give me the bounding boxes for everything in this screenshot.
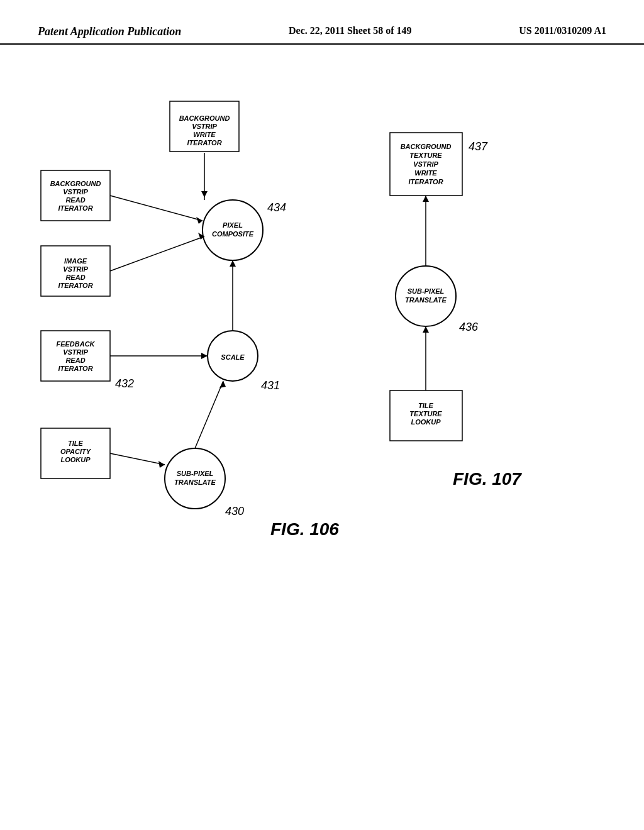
bg-texture-write-label: BACKGROUND xyxy=(401,143,452,150)
tile-texture-label2: TEXTURE xyxy=(409,410,442,418)
arrow-subpixel-right-bg-head xyxy=(423,196,429,202)
label-437: 437 xyxy=(469,140,488,153)
sub-pixel-translate-left-label2: TRANSLATE xyxy=(174,479,216,486)
sub-pixel-translate-right-label2: TRANSLATE xyxy=(405,296,447,304)
fig-107-label: FIG. 107 xyxy=(453,469,522,489)
arrow-img-read-to-composite xyxy=(110,236,204,271)
background-vstrip-write-label4: ITERATOR xyxy=(187,139,221,147)
arrow-bg-read-to-composite xyxy=(110,196,203,221)
arrow-scale-composite-head xyxy=(230,260,236,267)
background-vstrip-read-label4: ITERATOR xyxy=(58,204,92,212)
background-vstrip-read-label3: READ xyxy=(65,196,85,204)
arrow-bg-read-composite-head xyxy=(196,217,203,224)
arrow-write-to-composite-head xyxy=(201,191,208,197)
tile-opacity-label3: LOOKUP xyxy=(60,456,91,463)
background-vstrip-write-label: BACKGROUND xyxy=(179,114,230,122)
bg-texture-write-label4: WRITE xyxy=(414,169,437,177)
arrow-feedback-scale-head xyxy=(201,353,208,359)
background-vstrip-write-label3: WRITE xyxy=(193,131,216,138)
bg-texture-write-label5: ITERATOR xyxy=(408,178,443,185)
feedback-vstrip-read-label3: READ xyxy=(65,357,85,364)
pixel-composite-label: PIXEL xyxy=(223,221,243,229)
header-center: Dec. 22, 2011 Sheet 58 of 149 xyxy=(289,25,412,36)
arrow-subpixel-to-scale xyxy=(195,381,223,448)
scale-label: SCALE xyxy=(221,353,245,361)
arrow-tile-subpixel-head xyxy=(158,461,165,468)
image-vstrip-read-label4: ITERATOR xyxy=(58,282,92,289)
label-432: 432 xyxy=(115,377,134,390)
diagram-area: BACKGROUND VSTRIP WRITE ITERATOR BACKGRO… xyxy=(0,45,644,799)
label-434: 434 xyxy=(267,201,286,214)
arrow-tile-texture-subpixel-head xyxy=(423,326,429,333)
pixel-composite-label2: COMPOSITE xyxy=(212,230,254,238)
feedback-vstrip-read-label: FEEDBACK xyxy=(56,340,95,348)
tile-opacity-label: TILE xyxy=(68,440,83,447)
header-left: Patent Application Publication xyxy=(38,25,181,38)
background-vstrip-read-label2: VSTRIP xyxy=(63,188,88,196)
image-vstrip-read-label2: VSTRIP xyxy=(63,265,88,273)
sub-pixel-translate-right-label: SUB-PIXEL xyxy=(408,287,445,295)
tile-texture-label3: LOOKUP xyxy=(411,418,441,426)
bg-texture-write-label2: TEXTURE xyxy=(409,152,442,159)
header-right: US 2011/0310209 A1 xyxy=(519,25,606,36)
fig-106-label: FIG. 106 xyxy=(270,519,339,539)
bg-texture-write-label3: VSTRIP xyxy=(413,160,438,168)
background-vstrip-read-label: BACKGROUND xyxy=(50,180,101,187)
tile-opacity-label2: OPACITY xyxy=(60,448,92,455)
image-vstrip-read-label3: READ xyxy=(65,274,85,281)
sub-pixel-translate-left-label: SUB-PIXEL xyxy=(177,470,214,477)
label-436: 436 xyxy=(459,321,479,333)
label-431: 431 xyxy=(261,379,280,392)
label-430: 430 xyxy=(225,505,244,517)
feedback-vstrip-read-label4: ITERATOR xyxy=(58,365,92,372)
image-vstrip-read-label: IMAGE xyxy=(64,257,87,265)
feedback-vstrip-read-label2: VSTRIP xyxy=(63,348,88,356)
arrow-tile-to-subpixel xyxy=(110,453,165,465)
page-header: Patent Application Publication Dec. 22, … xyxy=(0,0,644,45)
background-vstrip-write-label2: VSTRIP xyxy=(192,123,217,130)
tile-texture-label: TILE xyxy=(418,402,433,409)
